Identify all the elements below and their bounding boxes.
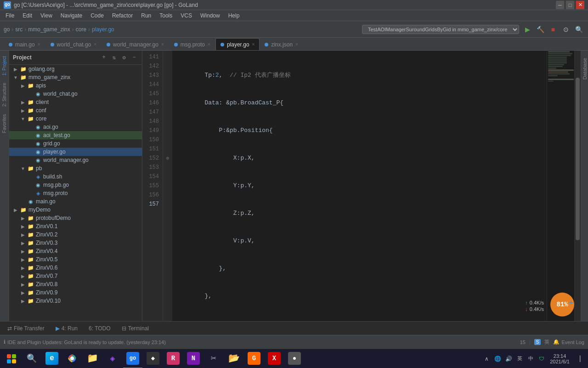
maximize-button[interactable]: □ xyxy=(566,1,574,9)
sidebar-action-settings[interactable]: ⚙ xyxy=(120,53,128,62)
tab-msg-proto[interactable]: msg.proto × xyxy=(169,38,215,50)
menu-edit[interactable]: Edit xyxy=(19,12,36,20)
taskbar-app15[interactable]: ● xyxy=(285,349,304,368)
taskbar-snipping[interactable]: ✂ xyxy=(204,349,223,368)
breadcrumb-src[interactable]: src xyxy=(15,26,23,33)
tab-close-msg-proto[interactable]: × xyxy=(208,42,210,47)
scrollbar-thumb[interactable] xyxy=(576,78,580,240)
menu-tools[interactable]: Tools xyxy=(156,12,176,20)
tree-item-zinx07[interactable]: ▶ 📁 ZinxV0.7 xyxy=(9,272,142,280)
tree-item-aoi[interactable]: ◉ aoi.go xyxy=(9,123,142,131)
tab-world-manager[interactable]: world_manager.go × xyxy=(102,38,169,50)
tree-item-zinx05[interactable]: ▶ 📁 ZinxV0.5 xyxy=(9,255,142,264)
tree-item-zinx03[interactable]: ▶ 📁 ZinxV0.3 xyxy=(9,239,142,247)
menu-refactor[interactable]: Refactor xyxy=(108,12,136,20)
breadcrumb-core[interactable]: core xyxy=(76,26,86,33)
status-notification[interactable]: ℹ IDE and Plugin Updates: GoLand is read… xyxy=(4,339,166,345)
tab-close-player-go[interactable]: × xyxy=(252,42,255,47)
run-config-select[interactable]: TestAOIManagerSuroundGridsByGid in mmo_g… xyxy=(362,25,519,34)
tree-item-grid[interactable]: ◉ grid.go xyxy=(9,139,142,148)
tab-zinx-json[interactable]: zinx.json × xyxy=(260,38,303,50)
tab-close-main-go[interactable]: × xyxy=(38,42,40,47)
tab-world-chat[interactable]: world_chat.go × xyxy=(45,38,102,50)
tree-item-world-chat[interactable]: ◉ world_chat.go xyxy=(9,90,142,98)
search-button[interactable]: 🔍 xyxy=(573,24,584,35)
tray-network[interactable]: 🌐 xyxy=(493,349,502,368)
breadcrumb-file[interactable]: player.go xyxy=(92,26,114,33)
tree-item-golang[interactable]: ▶ 📁 golang.org xyxy=(9,65,142,73)
tab-player-go[interactable]: player.go × xyxy=(215,38,260,50)
sidebar-action-sort[interactable]: ⇅ xyxy=(110,53,118,62)
bottom-tab-terminal[interactable]: ⊟ Terminal xyxy=(118,323,153,334)
coverage-button[interactable]: ⊙ xyxy=(560,24,571,35)
tray-arrow[interactable]: ∧ xyxy=(482,349,491,368)
breadcrumb-mmo[interactable]: mmo_game_zinx xyxy=(28,26,70,33)
tree-item-zinx010[interactable]: ▶ 📁 ZinxV0.10 xyxy=(9,297,142,305)
tab-close-world-manager[interactable]: × xyxy=(161,42,164,47)
taskbar-folder2[interactable]: 📂 xyxy=(224,349,243,368)
tree-item-conf[interactable]: ▶ 📁 conf xyxy=(9,106,142,115)
tree-item-msg-pb[interactable]: ◉ msg.pb.go xyxy=(9,181,142,189)
close-button[interactable]: ✕ xyxy=(576,1,584,9)
run-button[interactable]: ▶ xyxy=(522,24,533,35)
sidebar-action-collapse[interactable]: − xyxy=(130,53,138,62)
minimize-button[interactable]: ─ xyxy=(556,1,564,9)
tree-item-core[interactable]: ▼ 📁 core xyxy=(9,115,142,123)
start-button[interactable] xyxy=(2,349,21,368)
tree-item-player[interactable]: ◉ player.go xyxy=(9,148,142,156)
tray-volume[interactable]: 🔊 xyxy=(504,349,513,368)
vert-tab-structure[interactable]: 2: Structure xyxy=(1,79,8,110)
tree-item-zinx01[interactable]: ▶ 📁 ZinxV0.1 xyxy=(9,222,142,230)
menu-help[interactable]: Help xyxy=(225,12,243,20)
taskbar-onenote[interactable]: N xyxy=(184,349,203,368)
tray-ime[interactable]: 中 xyxy=(526,349,535,368)
taskbar-visual-studio[interactable]: ◈ xyxy=(103,349,122,368)
tree-item-zinx06[interactable]: ▶ 📁 ZinxV0.6 xyxy=(9,264,142,272)
tree-item-client[interactable]: ▶ 📁 client xyxy=(9,98,142,106)
taskbar-search[interactable]: 🔍 xyxy=(22,349,41,368)
tree-item-pb[interactable]: ▼ 📁 pb xyxy=(9,164,142,172)
system-clock[interactable]: 23:14 2021/6/1 xyxy=(548,353,571,364)
bottom-tab-todo[interactable]: 6: TODO xyxy=(85,323,114,334)
tree-item-zinx02[interactable]: ▶ 📁 ZinxV0.2 xyxy=(9,230,142,239)
tree-item-aoi-test[interactable]: ◉ aoi_test.go xyxy=(9,131,142,139)
vertical-scrollbar[interactable] xyxy=(574,51,581,321)
menu-window[interactable]: Window xyxy=(197,12,224,20)
tree-item-mydemo[interactable]: ▶ 📁 myDemo xyxy=(9,206,142,214)
status-lang[interactable]: 英 xyxy=(544,339,549,345)
breadcrumb-go[interactable]: go xyxy=(4,26,10,33)
taskbar-goland[interactable]: go xyxy=(123,349,142,368)
tree-item-main[interactable]: ◉ main.go xyxy=(9,197,142,206)
tree-item-protobuf[interactable]: ▶ 📁 protobufDemo xyxy=(9,214,142,222)
status-suda-icon[interactable]: S xyxy=(534,339,541,345)
menu-file[interactable]: File xyxy=(2,12,18,20)
tree-item-mmo[interactable]: ▼ 📁 mmo_game_zinx xyxy=(9,73,142,81)
status-line-col[interactable]: 15 xyxy=(520,339,526,345)
tab-main-go[interactable]: main.go × xyxy=(4,38,45,50)
menu-navigate[interactable]: Navigate xyxy=(57,12,86,20)
status-event-log[interactable]: 🔔 Event Log xyxy=(553,339,584,345)
sidebar-action-add[interactable]: + xyxy=(100,53,108,62)
taskbar-chrome[interactable] xyxy=(62,349,82,368)
show-desktop[interactable]: ▕ xyxy=(573,349,582,368)
tab-close-world-chat[interactable]: × xyxy=(94,42,96,47)
bottom-tab-run[interactable]: ▶ 4: Run xyxy=(52,323,81,334)
taskbar-gorilla[interactable]: G xyxy=(244,349,264,368)
build-button[interactable]: 🔨 xyxy=(535,24,546,35)
tree-item-zinx04[interactable]: ▶ 📁 ZinxV0.4 xyxy=(9,247,142,255)
menu-vcs[interactable]: VCS xyxy=(177,12,196,20)
minimap[interactable] xyxy=(547,51,574,321)
tree-item-msg-proto[interactable]: ◈ msg.proto xyxy=(9,189,142,197)
taskbar-file-explorer[interactable]: 📁 xyxy=(83,349,102,368)
taskbar-app14[interactable]: X xyxy=(265,349,284,368)
editor-area[interactable]: 141 142 143 144 145 146 147 148 149 150 … xyxy=(142,51,581,321)
tray-antivirus[interactable]: 🛡 xyxy=(537,349,546,368)
menu-view[interactable]: View xyxy=(37,12,56,20)
bottom-tab-file-transfer[interactable]: ⇄ File Transfer xyxy=(4,323,48,334)
tree-item-world-manager[interactable]: ◉ world_manager.go xyxy=(9,156,142,164)
vert-tab-project[interactable]: 1: Project xyxy=(1,52,8,79)
menu-run[interactable]: Run xyxy=(137,12,155,20)
tree-item-build[interactable]: ◈ build.sh xyxy=(9,172,142,181)
tree-item-apis[interactable]: ▶ 📁 apis xyxy=(9,81,142,90)
stop-button[interactable]: ■ xyxy=(548,24,559,35)
